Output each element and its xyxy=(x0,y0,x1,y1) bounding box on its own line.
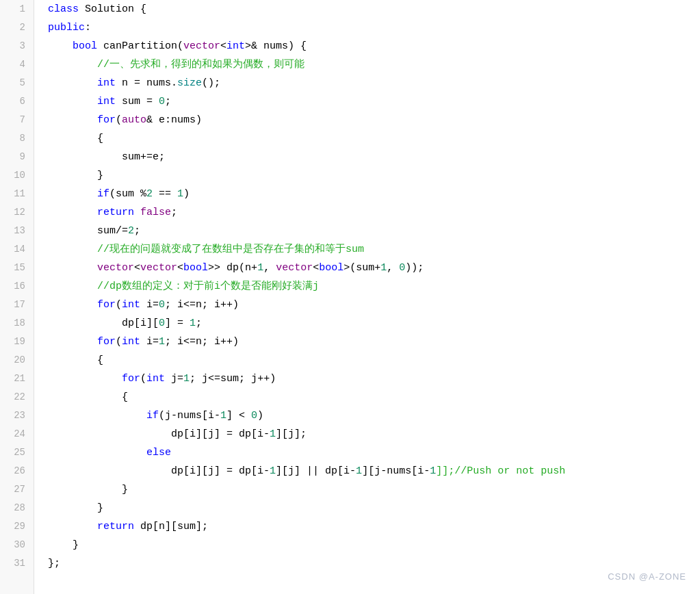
code-line: sum/=2; xyxy=(48,222,700,240)
token: return xyxy=(97,207,134,218)
line-number: 15 xyxy=(8,259,25,277)
token: Solution xyxy=(85,3,140,15)
line-number: 31 xyxy=(8,554,25,573)
token: 1 xyxy=(177,188,183,200)
code-line: } xyxy=(48,499,700,517)
line-number: 18 xyxy=(8,314,25,333)
token: n = nums. xyxy=(116,77,177,89)
token: , xyxy=(263,262,276,274)
token: < xyxy=(220,40,226,52)
token: (sum % xyxy=(109,188,146,200)
code-line: return false; xyxy=(48,203,700,222)
line-number: 14 xyxy=(8,240,25,259)
token: bool xyxy=(183,262,208,274)
line-number: 12 xyxy=(8,203,25,222)
token: false xyxy=(140,207,171,218)
code-line: }; xyxy=(48,554,700,573)
token: == xyxy=(153,188,177,200)
token: dp[i][ xyxy=(48,318,159,329)
token: 1 xyxy=(380,262,387,274)
token: ] = xyxy=(165,318,190,329)
code-container: 1234567891011121314151617181920212223242… xyxy=(0,0,700,594)
code-line: { xyxy=(48,388,700,406)
token: < xyxy=(177,262,183,274)
token: 0 xyxy=(251,410,257,422)
token: dp[n][sum]; xyxy=(134,521,208,532)
line-number: 23 xyxy=(8,406,25,425)
code-line: return dp[n][sum]; xyxy=(48,517,700,536)
token xyxy=(48,96,97,107)
line-number: 10 xyxy=(8,166,25,185)
token: & e:nums) xyxy=(146,114,202,126)
token: i= xyxy=(140,336,159,348)
code-line: //现在的问题就变成了在数组中是否存在子集的和等于sum xyxy=(48,240,700,259)
line-number: 22 xyxy=(8,388,25,406)
line-number: 1 xyxy=(8,0,25,18)
token: 0 xyxy=(159,318,165,329)
token xyxy=(48,299,97,311)
token: for xyxy=(97,336,116,348)
token: int xyxy=(146,373,165,385)
code-line: if(j-nums[i-1] < 0) xyxy=(48,406,700,425)
watermark: CSDN @A-ZONE xyxy=(608,567,686,586)
token xyxy=(48,336,97,348)
token: 1 xyxy=(220,410,226,422)
line-number: 9 xyxy=(8,148,25,166)
line-number: 19 xyxy=(8,333,25,351)
code-line: sum+=e; xyxy=(48,148,700,166)
code-line: if(sum %2 == 1) xyxy=(48,185,700,203)
token: size xyxy=(177,77,202,89)
token: ) xyxy=(183,188,190,200)
token: ; j<=sum; j++) xyxy=(190,373,276,385)
line-number: 4 xyxy=(8,55,25,74)
token: //dp数组的定义：对于前i个数是否能刚好装满j xyxy=(48,281,319,292)
token: 1 xyxy=(183,373,190,385)
code-line: public: xyxy=(48,18,700,37)
line-number: 2 xyxy=(8,18,25,37)
token: (j-nums[i- xyxy=(159,410,220,422)
line-number: 21 xyxy=(8,370,25,388)
token xyxy=(134,207,140,218)
token: class xyxy=(48,3,85,15)
token: 1 xyxy=(270,465,276,477)
token: return xyxy=(97,521,134,532)
token: canPartition( xyxy=(103,40,183,52)
token: >(sum+ xyxy=(343,262,380,274)
code-line: vector<vector<bool>> dp(n+1, vector<bool… xyxy=(48,259,700,277)
token: ; xyxy=(171,207,177,218)
token: 1 xyxy=(270,428,276,440)
token: dp(n+ xyxy=(220,262,257,274)
token xyxy=(48,410,146,422)
code-line: int n = nums.size(); xyxy=(48,74,700,92)
token xyxy=(48,521,97,532)
token: else xyxy=(146,447,171,459)
token: >& xyxy=(245,40,257,52)
code-line: bool canPartition(vector<int>& nums) { xyxy=(48,37,700,55)
token: { xyxy=(140,3,146,15)
token: public xyxy=(48,22,85,34)
token: vector xyxy=(183,40,220,52)
line-number: 29 xyxy=(8,517,25,536)
token: { xyxy=(48,391,128,403)
token: } xyxy=(48,502,103,514)
line-number: 8 xyxy=(8,129,25,148)
token: 0 xyxy=(399,262,405,274)
line-numbers: 1234567891011121314151617181920212223242… xyxy=(0,0,34,594)
code-line: for(auto& e:nums) xyxy=(48,111,700,129)
token: 1 xyxy=(190,318,196,329)
token: ( xyxy=(116,299,122,311)
token xyxy=(48,188,97,200)
line-number: 11 xyxy=(8,185,25,203)
token: sum+=e; xyxy=(48,151,165,163)
token: dp[i][j] = dp[i- xyxy=(48,465,270,477)
token: vector xyxy=(140,262,177,274)
token: sum = xyxy=(116,96,159,107)
token: auto xyxy=(122,114,146,126)
token: j= xyxy=(165,373,183,385)
line-number: 16 xyxy=(8,277,25,296)
token: dp[i][j] = dp[i- xyxy=(48,428,270,440)
token: ( xyxy=(116,114,122,126)
line-number: 6 xyxy=(8,92,25,111)
code-line: //一、先求和，得到的和如果为偶数，则可能 xyxy=(48,55,700,74)
token: vector xyxy=(276,262,313,274)
